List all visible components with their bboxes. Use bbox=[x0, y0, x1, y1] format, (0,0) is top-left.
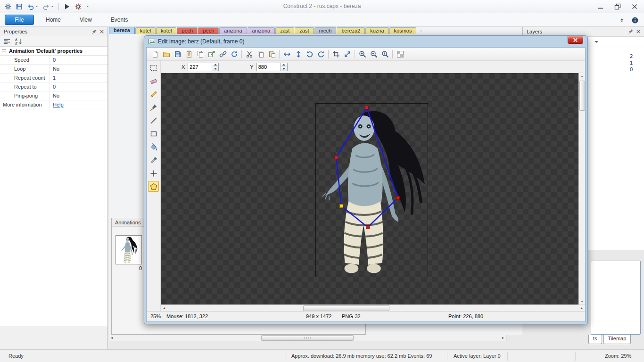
y-input[interactable] bbox=[256, 63, 281, 71]
spin-up-icon[interactable] bbox=[212, 63, 218, 67]
pencil-tool[interactable] bbox=[148, 89, 159, 99]
doc-tab-kotel[interactable]: kotel bbox=[135, 27, 156, 34]
sort-alphabetical-button[interactable] bbox=[14, 37, 23, 46]
scroll-left-arrow[interactable] bbox=[161, 305, 167, 311]
property-row[interactable]: More information Help bbox=[0, 100, 107, 109]
file-tab[interactable]: File bbox=[5, 15, 34, 25]
zoom-in-button[interactable] bbox=[357, 49, 368, 60]
doc-tab-bereza[interactable]: bereza bbox=[109, 27, 135, 34]
property-value[interactable]: No bbox=[49, 91, 107, 100]
doc-tab-mech[interactable]: mech bbox=[314, 27, 337, 34]
canvas-vertical-scrollbar[interactable] bbox=[578, 73, 585, 304]
brush-tool[interactable] bbox=[148, 102, 159, 113]
move-layer-down-button[interactable] bbox=[593, 38, 600, 46]
polygon-vertex-selected[interactable] bbox=[340, 205, 343, 208]
layout-horizontal-scrollbar[interactable] bbox=[108, 335, 507, 341]
scroll-down-arrow[interactable] bbox=[579, 298, 585, 304]
rotate-cw-button[interactable] bbox=[315, 49, 326, 60]
spin-up-icon[interactable] bbox=[281, 63, 287, 67]
doc-tab-pech[interactable]: pech bbox=[198, 27, 219, 34]
rectangle-select-tool[interactable] bbox=[148, 62, 159, 73]
doc-tab-zast[interactable]: zast bbox=[275, 27, 294, 34]
scrollbar-track[interactable] bbox=[579, 79, 585, 298]
scroll-right-arrow[interactable] bbox=[578, 305, 585, 311]
dialog-close-button[interactable] bbox=[568, 36, 583, 44]
y-spinner[interactable] bbox=[281, 63, 288, 71]
about-button[interactable] bbox=[630, 15, 640, 25]
tab-view[interactable]: View bbox=[73, 15, 99, 25]
canvas-horizontal-scrollbar[interactable] bbox=[161, 304, 585, 311]
scrollbar-track[interactable] bbox=[115, 335, 500, 341]
line-tool[interactable] bbox=[148, 115, 159, 126]
doc-tab-kosmos[interactable]: kosmos bbox=[389, 27, 417, 34]
resize-button[interactable] bbox=[342, 49, 353, 60]
doc-tab-ariizona[interactable]: ariizona bbox=[248, 27, 275, 34]
image-canvas[interactable] bbox=[161, 73, 578, 304]
collapse-group-icon[interactable] bbox=[2, 49, 6, 53]
animation-frame-thumbnail[interactable] bbox=[116, 235, 142, 264]
property-value[interactable]: 0 bbox=[49, 82, 107, 91]
doc-tab-bereza2[interactable]: bereza2 bbox=[337, 27, 365, 34]
property-row[interactable]: Speed 0 bbox=[0, 56, 107, 65]
spin-down-icon[interactable] bbox=[212, 67, 218, 71]
scroll-right-arrow[interactable] bbox=[500, 335, 506, 341]
close-panel-button[interactable] bbox=[98, 28, 106, 35]
cut-button[interactable] bbox=[244, 49, 255, 60]
polygon-vertex[interactable] bbox=[365, 106, 369, 109]
open-button[interactable] bbox=[161, 49, 172, 60]
property-row[interactable]: Ping-pong No bbox=[0, 91, 107, 100]
scrollbar-thumb[interactable] bbox=[261, 335, 354, 341]
x-input[interactable] bbox=[188, 63, 212, 71]
categorized-view-button[interactable] bbox=[3, 37, 11, 46]
restore-button[interactable] bbox=[612, 2, 623, 10]
dock-tab-partial[interactable]: ts bbox=[588, 335, 602, 344]
link-button[interactable] bbox=[217, 49, 228, 60]
spin-down-icon[interactable] bbox=[281, 67, 287, 71]
polygon-vertex[interactable] bbox=[366, 226, 370, 229]
dialog-titlebar[interactable]: Edit image: berz (Default, frame 0) bbox=[144, 36, 587, 47]
close-button[interactable] bbox=[629, 2, 640, 10]
doc-tab-ariizona[interactable]: ariizona bbox=[219, 27, 247, 34]
duplicate-button[interactable] bbox=[195, 49, 206, 60]
minimize-button[interactable] bbox=[595, 2, 606, 10]
crop-button[interactable] bbox=[330, 49, 341, 60]
origin-tool[interactable] bbox=[148, 168, 159, 179]
polygon-vertex[interactable] bbox=[396, 197, 400, 200]
dock-tab-tilemap[interactable]: Tilemap bbox=[603, 335, 631, 344]
property-row[interactable]: Loop No bbox=[0, 65, 107, 74]
fill-tool[interactable] bbox=[148, 141, 159, 152]
property-value[interactable]: 1 bbox=[49, 74, 107, 82]
pin-panel-button[interactable] bbox=[627, 28, 635, 35]
help-link[interactable]: Help bbox=[53, 102, 64, 107]
collision-polygon-tool[interactable] bbox=[148, 181, 159, 192]
clipboard-button[interactable] bbox=[183, 49, 194, 60]
copy-button[interactable] bbox=[255, 49, 266, 60]
collision-polygon[interactable] bbox=[161, 73, 578, 304]
scroll-left-arrow[interactable] bbox=[108, 335, 115, 341]
zoom-out-button[interactable] bbox=[368, 49, 379, 60]
mirror-vertical-button[interactable] bbox=[293, 49, 304, 60]
rotate-ccw-button[interactable] bbox=[304, 49, 315, 60]
tab-overflow-button[interactable] bbox=[419, 29, 423, 33]
new-button[interactable] bbox=[149, 49, 160, 60]
property-value[interactable]: 0 bbox=[49, 56, 107, 64]
property-group-header[interactable]: Animation 'Default' properties bbox=[0, 47, 107, 56]
export-button[interactable] bbox=[206, 49, 217, 60]
mirror-horizontal-button[interactable] bbox=[281, 49, 292, 60]
scrollbar-thumb[interactable] bbox=[579, 81, 585, 111]
transparency-grid-button[interactable] bbox=[395, 49, 405, 60]
scrollbar-track[interactable] bbox=[167, 305, 578, 311]
scrollbar-thumb[interactable] bbox=[303, 305, 389, 311]
zoom-reset-button[interactable] bbox=[380, 49, 390, 60]
ribbon-collapse-button[interactable] bbox=[618, 16, 626, 25]
doc-tab-zast[interactable]: zast bbox=[295, 27, 314, 34]
doc-tab-kuzna[interactable]: kuzna bbox=[365, 27, 388, 34]
eyedropper-tool[interactable] bbox=[148, 155, 159, 165]
tab-home[interactable]: Home bbox=[39, 15, 68, 25]
polygon-vertex[interactable] bbox=[335, 156, 338, 159]
doc-tab-kotel[interactable]: kotel bbox=[156, 27, 176, 34]
tab-events[interactable]: Events bbox=[104, 15, 135, 25]
property-row[interactable]: Repeat to 0 bbox=[0, 82, 107, 91]
save-button[interactable] bbox=[172, 49, 183, 60]
property-value[interactable]: No bbox=[49, 65, 107, 73]
